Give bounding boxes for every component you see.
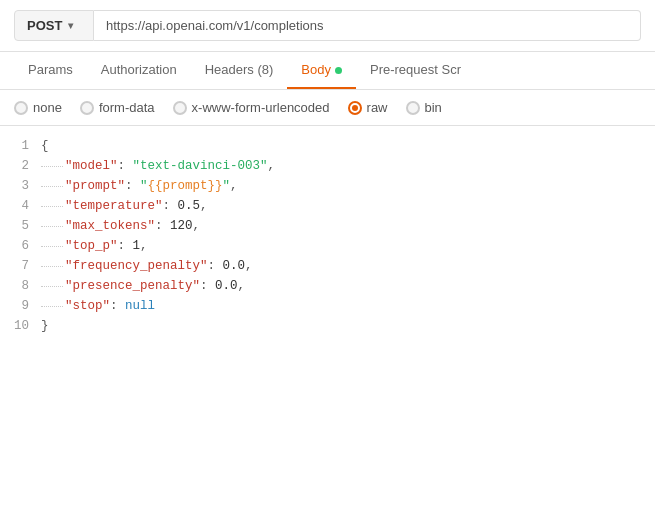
tab-authorization[interactable]: Authorization — [87, 52, 191, 89]
code-editor[interactable]: 1 2 3 4 5 6 7 8 9 10 { "model": "text-da… — [0, 126, 655, 346]
code-line-10: } — [41, 316, 641, 336]
method-select[interactable]: POST ▾ — [14, 10, 94, 41]
radio-none-circle — [14, 101, 28, 115]
radio-none-label: none — [33, 100, 62, 115]
radio-urlencoded[interactable]: x-www-form-urlencoded — [173, 100, 330, 115]
line-numbers: 1 2 3 4 5 6 7 8 9 10 — [0, 136, 41, 336]
radio-raw-label: raw — [367, 100, 388, 115]
radio-formdata-circle — [80, 101, 94, 115]
radio-binary-label: bin — [425, 100, 442, 115]
radio-formdata-label: form-data — [99, 100, 155, 115]
code-line-1: { — [41, 136, 641, 156]
code-line-2: "model": "text-davinci-003", — [41, 156, 641, 176]
code-line-4: "temperature": 0.5, — [41, 196, 641, 216]
url-bar: POST ▾ — [0, 0, 655, 52]
code-line-6: "top_p": 1, — [41, 236, 641, 256]
method-chevron: ▾ — [68, 20, 73, 31]
url-input[interactable] — [94, 10, 641, 41]
tab-params[interactable]: Params — [14, 52, 87, 89]
code-line-8: "presence_penalty": 0.0, — [41, 276, 641, 296]
code-lines: { "model": "text-davinci-003", "prompt":… — [41, 136, 655, 336]
radio-binary[interactable]: bin — [406, 100, 442, 115]
radio-raw-circle — [348, 101, 362, 115]
code-line-9: "stop": null — [41, 296, 641, 316]
radio-raw[interactable]: raw — [348, 100, 388, 115]
code-line-3: "prompt": "{{prompt}}", — [41, 176, 641, 196]
radio-urlencoded-label: x-www-form-urlencoded — [192, 100, 330, 115]
tab-headers[interactable]: Headers (8) — [191, 52, 288, 89]
radio-binary-circle — [406, 101, 420, 115]
code-line-5: "max_tokens": 120, — [41, 216, 641, 236]
code-line-7: "frequency_penalty": 0.0, — [41, 256, 641, 276]
body-dot — [335, 67, 342, 74]
radio-urlencoded-circle — [173, 101, 187, 115]
tabs-bar: Params Authorization Headers (8) Body Pr… — [0, 52, 655, 90]
method-label: POST — [27, 18, 62, 33]
radio-formdata[interactable]: form-data — [80, 100, 155, 115]
radio-none[interactable]: none — [14, 100, 62, 115]
tab-prerequest[interactable]: Pre-request Scr — [356, 52, 475, 89]
tab-body[interactable]: Body — [287, 52, 356, 89]
radio-bar: none form-data x-www-form-urlencoded raw… — [0, 90, 655, 126]
